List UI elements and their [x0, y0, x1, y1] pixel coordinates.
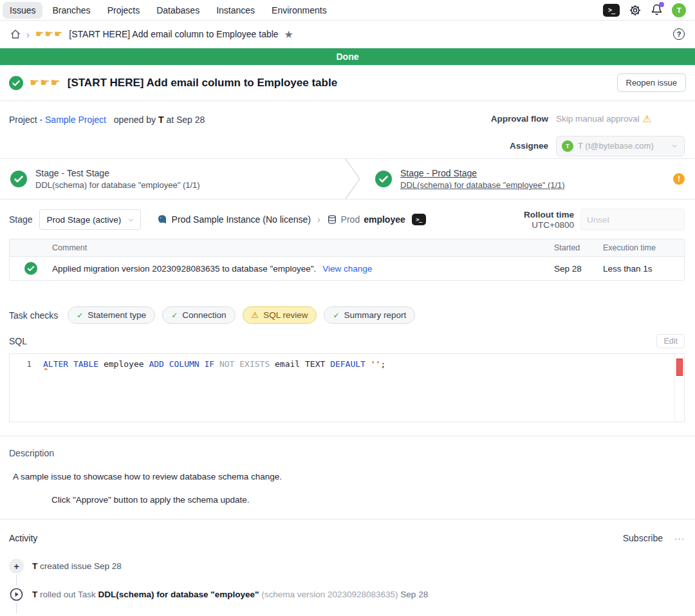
pointing-hands-icon: ☛☛☛	[35, 28, 63, 40]
issue-title: [START HERE] Add email column to Employe…	[68, 77, 337, 89]
nav-tab-issues[interactable]: Issues	[3, 2, 42, 19]
database-link[interactable]: Prod employee	[327, 214, 405, 225]
sql-label: SQL	[9, 336, 27, 346]
nav-tab-projects[interactable]: Projects	[100, 2, 147, 19]
column-header-comment: Comment	[52, 243, 554, 252]
chevron-down-icon	[127, 216, 135, 224]
breadcrumb-issue-title: [START HERE] Add email column to Employe…	[69, 29, 278, 39]
more-options-icon[interactable]: ···	[674, 534, 685, 543]
top-nav: Issues Branches Projects Databases Insta…	[0, 0, 695, 21]
rollout-time-input[interactable]	[580, 209, 685, 230]
rollout-time-field[interactable]	[587, 215, 695, 225]
view-change-link[interactable]: View change	[322, 264, 372, 274]
stage-title: Stage - Prod Stage	[400, 168, 565, 178]
stage-done-icon	[375, 171, 392, 187]
stage-subtitle: DDL(schema) for database "employee" (1/1…	[35, 180, 200, 190]
stage-done-icon	[10, 171, 27, 187]
done-check-icon	[9, 76, 23, 90]
rollout-time-label: Rollout time	[524, 210, 574, 219]
assignee-label: Assignee	[491, 141, 548, 151]
check-badge-statement-type[interactable]: ✓ Statement type	[68, 306, 155, 324]
column-header-started: Started	[554, 243, 603, 252]
bell-icon[interactable]	[651, 4, 663, 16]
warning-triangle-icon: ⚠	[252, 310, 259, 320]
instance-name: Prod Sample Instance (No license)	[172, 214, 311, 225]
rollout-time: Rollout time UTC+0800	[524, 209, 685, 230]
check-badge-summary-report[interactable]: ✓ Summary report	[324, 306, 415, 324]
nav-tab-databases[interactable]: Databases	[149, 2, 207, 19]
column-header-execution-time: Execution time	[603, 243, 684, 252]
play-circle-icon	[9, 587, 24, 602]
stage-title: Stage - Test Stage	[35, 168, 200, 178]
stage-card-prod[interactable]: Stage - Prod Stage DDL(schema) for datab…	[361, 159, 673, 199]
check-icon: ✓	[333, 311, 339, 320]
task-checks-label: Task checks	[9, 310, 58, 321]
row-execution-time: Less than 1s	[603, 264, 684, 274]
pointing-hands-icon: ☛☛☛	[30, 76, 61, 89]
stage-pipeline: Stage - Test Stage DDL(schema) for datab…	[0, 158, 695, 200]
row-started: Sep 28	[554, 264, 603, 274]
sql-editor: 1 ALTER TABLE employee ADD COLUMN IF NOT…	[9, 353, 685, 422]
database-icon	[327, 214, 337, 225]
chevron-right-icon: ›	[317, 214, 320, 225]
row-comment: Applied migration version 20230928083635…	[52, 264, 316, 274]
lint-caret-marker: ^	[44, 367, 48, 375]
nav-tab-branches[interactable]: Branches	[45, 2, 97, 19]
stage-toolbar: Stage Prod Stage (active) Prod Sample In…	[0, 200, 695, 230]
check-badge-sql-review[interactable]: ⚠ SQL review	[243, 306, 317, 324]
issue-header: ☛☛☛ [START HERE] Add email column to Emp…	[0, 65, 695, 101]
description-section: Description A sample issue to showcase h…	[0, 436, 695, 519]
stage-separator-chevron	[344, 159, 361, 199]
sql-edit-button[interactable]: Edit	[656, 334, 685, 348]
task-checks: Task checks ✓ Statement type ✓ Connectio…	[0, 281, 695, 324]
status-banner: Done	[0, 48, 695, 65]
sql-section-header: SQL Edit	[0, 324, 695, 353]
project-label: Project	[9, 115, 37, 125]
check-badge-connection[interactable]: ✓ Connection	[162, 306, 235, 324]
postgresql-icon	[156, 214, 168, 225]
table-row: Applied migration version 20230928083635…	[10, 257, 684, 280]
activity-item-rolled-out: T rolled out Task DDL(schema) for databa…	[9, 587, 686, 602]
sql-editor-terminal-icon[interactable]: >_	[603, 4, 620, 17]
attention-badge-icon: !	[673, 173, 685, 185]
user-avatar[interactable]: T	[672, 3, 686, 17]
editor-scrollbar[interactable]	[674, 354, 684, 422]
sql-code: ALTER TABLE employee ADD COLUMN IF NOT E…	[39, 354, 674, 422]
gear-icon[interactable]	[629, 4, 642, 17]
table-header: Comment Started Execution time	[10, 239, 684, 257]
notification-dot	[659, 2, 664, 7]
home-icon[interactable]	[10, 29, 21, 39]
line-number: 1	[10, 354, 39, 422]
approval-flow-value: Skip manual approval ⚠	[556, 114, 685, 124]
help-icon[interactable]: ?	[673, 28, 685, 40]
subscribe-button[interactable]: Subscribe	[623, 533, 663, 543]
nav-tab-environments[interactable]: Environments	[264, 2, 334, 19]
database-environment: Prod	[341, 214, 360, 225]
warning-triangle-icon: ⚠	[643, 114, 651, 124]
nav-actions: >_ T	[603, 3, 686, 17]
assignee-avatar: T	[562, 140, 573, 152]
chevron-right-icon: ›	[26, 29, 30, 40]
stage-select-label: Stage	[9, 214, 33, 225]
instance-link[interactable]: Prod Sample Instance (No license)	[156, 214, 311, 225]
rollout-timezone: UTC+0800	[524, 220, 574, 230]
activity-feed: + T created issue Sep 28 T rolled out Ta…	[0, 543, 695, 616]
activity-user: T	[32, 561, 37, 571]
reopen-issue-button[interactable]: Reopen issue	[617, 73, 687, 92]
opened-by-prefix: opened by	[114, 115, 156, 125]
stage-select-value: Prod Stage (active)	[47, 215, 122, 225]
open-sql-editor-icon[interactable]: >_	[412, 214, 426, 225]
opened-by-suffix: at Sep 28	[166, 115, 205, 125]
plus-icon: +	[9, 559, 24, 574]
stage-subtitle: DDL(schema) for database "employee" (1/1…	[400, 180, 565, 190]
project-link[interactable]: Sample Project	[45, 115, 106, 125]
row-success-icon	[10, 262, 52, 275]
nav-tab-instances[interactable]: Instances	[209, 2, 262, 19]
assignee-select[interactable]: T T (t@bytebase.com)	[556, 136, 685, 156]
feed-connector	[16, 603, 17, 614]
nav-tabs: Issues Branches Projects Databases Insta…	[3, 2, 334, 19]
stage-card-test[interactable]: Stage - Test Stage DDL(schema) for datab…	[0, 159, 344, 199]
favorite-star-icon[interactable]: ★	[284, 28, 293, 41]
stage-select[interactable]: Prod Stage (active)	[39, 209, 141, 230]
meta-right: Approval flow Skip manual approval ⚠ Ass…	[491, 111, 685, 158]
